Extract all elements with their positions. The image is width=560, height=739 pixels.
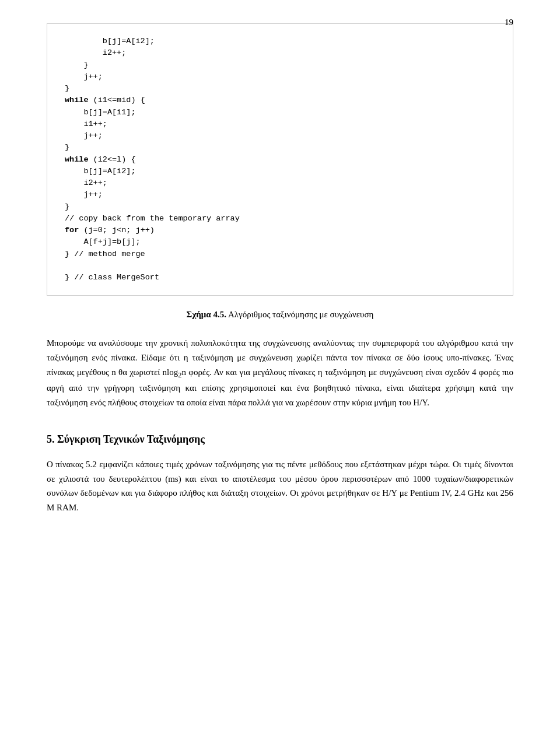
section-title: Σύγκριση Τεχνικών Ταξινόμησης — [57, 433, 205, 445]
code-block: b[j]=A[i2]; i2++; } j++; } while (i1<=mi… — [47, 23, 513, 296]
page-number: 19 — [505, 17, 513, 27]
code-line: b[j]=A[i2]; i2++; } j++; } while (i1<=mi… — [65, 37, 240, 282]
figure-caption-text: Αλγόριθμος ταξινόμησης με συγχώνευση — [228, 310, 373, 319]
section-heading: 5. Σύγκριση Τεχνικών Ταξινόμησης — [47, 433, 513, 446]
section-paragraph-1: Ο πίνακας 5.2 εμφανίζει κάποιες τιμές χρ… — [47, 457, 513, 515]
page-container: 19 b[j]=A[i2]; i2++; } j++; } while (i1<… — [0, 0, 560, 739]
figure-caption-label: Σχήμα 4.5. — [187, 310, 226, 319]
body-paragraph-1: Μπορούμε να αναλύσουμε την χρονική πολυπ… — [47, 336, 513, 410]
figure-caption: Σχήμα 4.5. Αλγόριθμος ταξινόμησης με συγ… — [47, 310, 513, 320]
section-number: 5. — [47, 433, 55, 445]
